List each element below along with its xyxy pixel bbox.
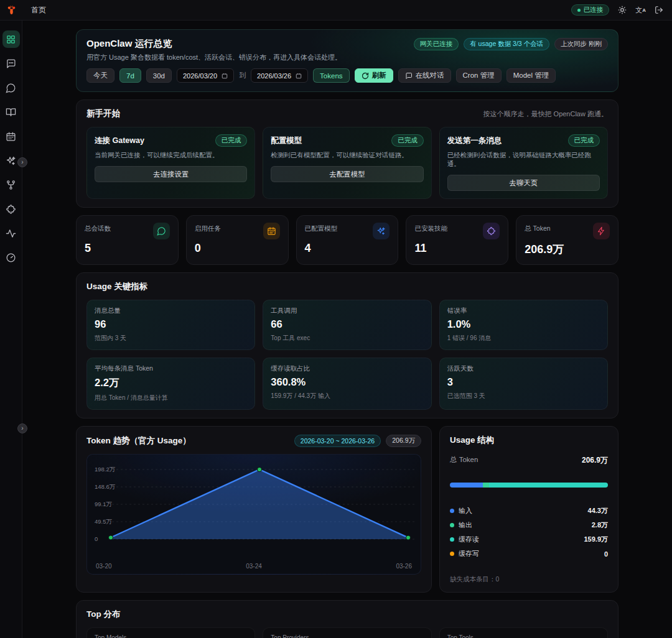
app-window: 首页 已连接 文A <box>0 0 672 638</box>
sidebar-item-usage[interactable] <box>2 224 20 242</box>
sidebar-item-status[interactable] <box>2 249 20 266</box>
refresh-label: 刷新 <box>372 71 386 80</box>
date-from-input[interactable]: 2026/03/20 <box>177 68 234 83</box>
stat-value: 0 <box>195 242 280 255</box>
metric-value: 66 <box>271 318 423 330</box>
calendar-small-icon <box>222 73 228 79</box>
starter-card-title: 配置模型 <box>271 136 302 146</box>
refresh-icon <box>362 72 369 80</box>
activity-icon <box>6 228 16 239</box>
stat-card-sessions[interactable]: 总会话数 5 <box>76 215 179 265</box>
tokens-toggle-button[interactable]: Tokens <box>313 68 349 83</box>
range-30d-button[interactable]: 30d <box>146 68 172 83</box>
date-from-value: 2026/03/20 <box>183 72 217 80</box>
legend-cache-write: 缓存写 0 <box>450 549 608 558</box>
main-content: OpenClaw 运行总览 用官方 Usage 聚合数据看 token/cost… <box>22 21 672 638</box>
branch-icon <box>6 180 16 190</box>
puzzle-icon <box>6 204 16 215</box>
bar-segment-cache-read <box>489 483 608 488</box>
book-icon <box>6 107 16 118</box>
goto-gateway-settings-button[interactable]: 去连接设置 <box>95 166 247 182</box>
sidebar-item-cron[interactable] <box>2 127 20 145</box>
starter-hint: 按这个顺序走，最快把 OpenClaw 跑通。 <box>483 109 608 119</box>
metric-sub: 范围内 3 天 <box>95 334 247 343</box>
starter-card-gateway: 连接 Gateway 已完成 当前网关已连接，可以继续完成后续配置。 去连接设置 <box>86 127 255 199</box>
sidebar-item-knowledge[interactable] <box>2 103 20 121</box>
metric-label: 平均每条消息 Token <box>95 364 247 373</box>
total-token-value: 206.9万 <box>582 455 608 466</box>
goto-model-config-button[interactable]: 去配置模型 <box>271 166 423 182</box>
gauge-icon <box>6 252 16 263</box>
logout-icon[interactable] <box>655 6 663 14</box>
stat-value: 5 <box>85 242 170 255</box>
sidebar-expand-button[interactable]: › <box>17 157 27 167</box>
sidebar-item-sessions[interactable] <box>2 79 20 96</box>
last-sync-badge: 上次同步 刚刚 <box>554 38 608 50</box>
metric-sub: Top 工具 exec <box>271 334 423 343</box>
stat-card-models[interactable]: 已配置模型 4 <box>296 215 399 265</box>
stat-value: 11 <box>414 242 500 255</box>
metric-label: 错误率 <box>447 307 600 315</box>
metric-value: 1.0% <box>447 318 600 330</box>
stat-card-tasks[interactable]: 启用任务 0 <box>186 215 289 265</box>
starter-section: 新手开始 按这个顺序走，最快把 OpenClaw 跑通。 连接 Gateway … <box>76 99 618 208</box>
sidebar <box>0 21 22 638</box>
usage-metrics-section: Usage 关键指标 消息总量 96 范围内 3 天 工具调用 66 Top 工… <box>76 272 618 418</box>
metric-messages: 消息总量 96 范围内 3 天 <box>86 300 255 350</box>
range-today-button[interactable]: 今天 <box>86 68 114 83</box>
metric-sub: 1 错误 / 96 消息 <box>447 334 600 343</box>
open-chat-button[interactable]: 在线对话 <box>398 68 451 83</box>
top-tools-header: Top Tools <box>447 634 600 638</box>
stat-label: 总会话数 <box>85 223 111 233</box>
page-subtitle: 用官方 Usage 聚合数据看 token/cost、活跃会话、错误分布，再进入… <box>86 53 342 62</box>
breadcrumb[interactable]: 首页 <box>31 5 46 16</box>
language-icon[interactable]: 文A <box>635 6 646 15</box>
sidebar-item-gateway[interactable] <box>2 176 20 193</box>
page-title: OpenClaw 运行总览 <box>86 38 342 50</box>
usage-data-badge: 有 usage 数据 3/3 个会话 <box>464 38 549 50</box>
date-to-input[interactable]: 2026/03/26 <box>251 68 308 83</box>
app-logo[interactable] <box>0 0 22 21</box>
top-tools-card: Top Tools exec34 read22 session_status6 <box>439 627 608 638</box>
bolt-icon <box>597 226 606 236</box>
open-chat-label: 在线对话 <box>416 71 444 80</box>
sidebar-item-chat[interactable] <box>2 55 20 72</box>
cron-manage-button[interactable]: Cron 管理 <box>456 68 502 83</box>
metric-label: 消息总量 <box>95 307 247 315</box>
y-axis-tick: 148.6万 <box>95 483 115 491</box>
gateway-connected-badge: 网关已连接 <box>414 38 459 50</box>
model-manage-button[interactable]: Model 管理 <box>506 68 556 83</box>
metric-value: 2.2万 <box>95 376 247 390</box>
chat-square-icon <box>6 58 16 69</box>
token-composition-bar <box>450 483 608 488</box>
metric-sub: 已选范围 3 天 <box>447 392 600 400</box>
legend-cache-read: 缓存读 159.9万 <box>450 535 608 544</box>
stat-value: 4 <box>305 242 390 255</box>
metric-sub: 159.9万 / 44.3万 输入 <box>271 392 423 400</box>
starter-title: 新手开始 <box>86 108 120 119</box>
x-axis-tick: 03-20 <box>96 563 112 570</box>
stat-label: 总 Token <box>525 223 550 233</box>
sidebar-item-skills[interactable] <box>2 200 20 218</box>
chat-square-icon <box>405 72 413 80</box>
metric-label: 活跃天数 <box>447 364 600 373</box>
done-badge: 已完成 <box>568 134 600 147</box>
metric-error-rate: 错误率 1.0% 1 错误 / 96 消息 <box>439 300 608 350</box>
y-axis-tick: 198.2万 <box>95 466 115 474</box>
starter-card-title: 连接 Gateway <box>95 136 144 146</box>
date-to-value: 2026/03/26 <box>257 72 291 80</box>
goto-chat-page-button[interactable]: 去聊天页 <box>447 175 600 191</box>
refresh-button[interactable]: 刷新 <box>355 68 393 83</box>
theme-sun-icon[interactable] <box>618 6 627 14</box>
starter-card-title: 发送第一条消息 <box>447 136 502 146</box>
trend-chart-svg <box>87 455 421 575</box>
puzzle-icon <box>487 226 496 236</box>
sidebar-item-dashboard[interactable] <box>2 30 20 48</box>
range-7d-button[interactable]: 7d <box>119 68 141 83</box>
panel-expand-button[interactable]: › <box>17 423 27 433</box>
stat-card-total-token[interactable]: 总 Token 206.9万 <box>516 215 618 265</box>
y-axis-tick: 99.1万 <box>95 501 112 509</box>
metric-sub: 用总 Token / 消息总量计算 <box>95 394 247 402</box>
line-chart[interactable]: 198.2万 148.6万 99.1万 49.5万 0 03-20 03-24 … <box>86 454 421 575</box>
stat-card-skills[interactable]: 已安装技能 11 <box>406 215 508 265</box>
